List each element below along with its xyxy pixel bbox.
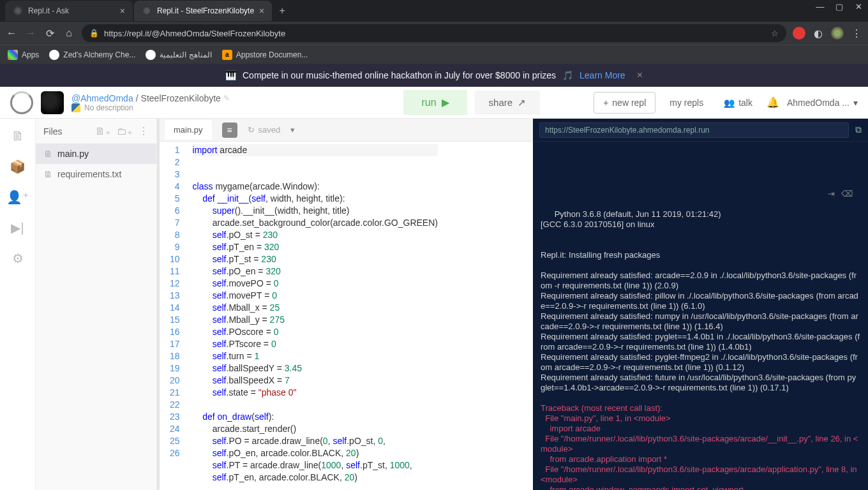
close-icon[interactable]: × [120, 6, 125, 16]
menu-icon[interactable]: ⋮ [850, 27, 863, 40]
console-action-icon[interactable]: ⇥ [828, 189, 835, 199]
back-icon[interactable]: ← [5, 27, 18, 39]
repl-header: @AhmedOmda/SteelFrozenKilobyte ✎ No desc… [0, 87, 868, 119]
debugger-icon[interactable]: ▶| [11, 220, 24, 235]
browser-tab-1[interactable]: Repl.it - SteelFrozenKilobyte × [134, 1, 272, 21]
browser-tab-0[interactable]: Repl.it - Ask × [5, 1, 133, 21]
tab-title: Repl.it - SteelFrozenKilobyte [157, 6, 254, 15]
files-label: Files [43, 126, 63, 137]
packages-icon[interactable]: 📦 [10, 159, 26, 174]
extension-icon-2[interactable]: ◐ [812, 27, 825, 40]
my-repls-link[interactable]: my repls [670, 98, 703, 108]
close-icon[interactable]: × [259, 6, 264, 16]
console-stderr: Traceback (most recent call last): File … [541, 403, 859, 490]
bookmark-item[interactable]: المناهج التعليمية [146, 50, 211, 60]
console-pane: https://SteelFrozenKilobyte.ahmedomda.re… [533, 119, 868, 490]
user-avatar[interactable] [41, 91, 64, 114]
hackathon-banner: 🎹 Compete in our music-themed online hac… [0, 64, 868, 87]
file-item-main[interactable]: 🗎 main.py [36, 144, 156, 164]
edit-pencil-icon[interactable]: ✎ [223, 94, 230, 103]
code-content[interactable]: import arcade class mygame(arcade.Window… [186, 142, 444, 490]
play-icon: ▶ [442, 96, 449, 108]
console-clear-icon[interactable]: ⌫ [841, 189, 853, 199]
window-controls: — ▢ ✕ [811, 0, 868, 13]
people-icon: 👥 [724, 98, 735, 108]
file-item-requirements[interactable]: 🗎 requirements.txt [36, 164, 156, 184]
reload-icon[interactable]: ⟳ [43, 27, 56, 40]
open-external-icon[interactable]: ⧉ [855, 124, 862, 135]
apps-grid-icon [8, 50, 18, 60]
line-gutter: 1234567891011121314151617181920212223242… [160, 142, 186, 490]
address-bar-row: ← → ⟳ ⌂ 🔒 https://repl.it/@AhmedOmda/Ste… [0, 22, 868, 45]
globe-icon [146, 50, 156, 60]
home-icon[interactable]: ⌂ [63, 27, 75, 39]
replit-favicon-icon [142, 6, 152, 16]
replit-favicon-icon [13, 6, 23, 16]
bookmark-star-icon[interactable]: ☆ [771, 29, 779, 38]
browser-tabs: Repl.it - Ask × Repl.it - SteelFrozenKil… [0, 0, 868, 22]
minimize-button[interactable]: — [811, 0, 830, 13]
chevron-down-icon: ▾ [853, 98, 858, 108]
format-icon[interactable]: ≡ [222, 122, 237, 138]
repl-url-input[interactable]: https://SteelFrozenKilobyte.ahmedomda.re… [539, 122, 849, 138]
bookmark-item[interactable]: Zed's Alchemy Che... [49, 50, 135, 60]
editor-pane: main.py ≡ ↻ saved ▾ 12345678910111213141… [157, 119, 533, 490]
replit-logo-icon[interactable] [10, 91, 33, 114]
console-url-bar: https://SteelFrozenKilobyte.ahmedomda.re… [533, 119, 868, 142]
new-repl-button[interactable]: + new repl [594, 92, 655, 114]
new-file-icon[interactable]: 🗎₊ [95, 125, 110, 137]
new-tab-button[interactable]: + [273, 2, 291, 20]
maximize-button[interactable]: ▢ [830, 0, 849, 13]
apps-button[interactable]: Apps [8, 50, 39, 60]
browser-chrome: — ▢ ✕ Repl.it - Ask × Repl.it - SteelFro… [0, 0, 868, 64]
console-output[interactable]: ⇥ ⌫ Python 3.6.8 (default, Jun 11 2019, … [533, 142, 868, 490]
forward-icon[interactable]: → [24, 27, 37, 39]
banner-text: Compete in our music-themed online hacka… [243, 70, 556, 80]
music-note-icon: 🎵 [562, 70, 573, 80]
refresh-icon: ↻ [248, 125, 255, 135]
left-rail: 🗎 📦 👤⁺ ▶| ⚙ [0, 119, 36, 490]
new-folder-icon[interactable]: 🗀₊ [117, 125, 132, 137]
code-editor[interactable]: 1234567891011121314151617181920212223242… [160, 142, 533, 490]
close-window-button[interactable]: ✕ [849, 0, 868, 13]
files-header: Files 🗎₊ 🗀₊ ⋮ [36, 119, 156, 144]
saved-indicator: ↻ saved [248, 125, 281, 135]
editor-tab-main[interactable]: main.py [165, 120, 212, 140]
title-separator: / [136, 93, 138, 103]
chevron-down-icon[interactable]: ▾ [290, 125, 295, 135]
share-icon: ↗ [518, 97, 526, 108]
bookmarks-bar: Apps Zed's Alchemy Che... المناهج التعلي… [0, 45, 868, 64]
file-icon: 🗎 [43, 149, 52, 159]
repl-name: SteelFrozenKilobyte [141, 93, 221, 103]
user-menu[interactable]: AhmedOmda ... ▾ [787, 98, 858, 108]
lock-icon: 🔒 [89, 29, 99, 38]
file-tree: Files 🗎₊ 🗀₊ ⋮ 🗎 main.py 🗎 requirements.t… [36, 119, 157, 490]
extension-icon[interactable] [793, 27, 805, 40]
address-bar[interactable]: 🔒 https://repl.it/@AhmedOmda/SteelFrozen… [82, 24, 786, 42]
run-button[interactable]: run ▶ [403, 90, 467, 115]
console-stdout: Python 3.6.8 (default, Jun 11 2019, 01:2… [541, 209, 860, 392]
settings-gear-icon[interactable]: ⚙ [12, 251, 24, 266]
talk-link[interactable]: 👥 talk [724, 98, 752, 108]
multiplayer-icon[interactable]: 👤⁺ [6, 189, 29, 205]
repl-title-block: @AhmedOmda/SteelFrozenKilobyte ✎ No desc… [71, 93, 230, 112]
share-button[interactable]: share ↗ [475, 91, 541, 115]
plus-icon: + [603, 98, 608, 108]
files-icon[interactable]: 🗎 [11, 129, 24, 144]
url-text: https://repl.it/@AhmedOmda/SteelFrozenKi… [104, 29, 285, 38]
piano-icon: 🎹 [225, 70, 236, 80]
learn-more-link[interactable]: Learn More [580, 70, 625, 80]
globe-icon [49, 50, 59, 60]
profile-avatar-icon[interactable] [831, 27, 844, 40]
tab-title: Repl.it - Ask [28, 6, 69, 15]
editor-tabs: main.py ≡ ↻ saved ▾ [160, 119, 533, 142]
notifications-bell-icon[interactable]: 🔔 [767, 96, 779, 108]
close-banner-icon[interactable]: × [637, 70, 643, 81]
bookmark-item[interactable]: a Appstore Documen... [222, 50, 308, 60]
more-icon[interactable]: ⋮ [138, 125, 149, 137]
main-area: 🗎 📦 👤⁺ ▶| ⚙ Files 🗎₊ 🗀₊ ⋮ 🗎 main.py 🗎 re… [0, 119, 868, 490]
username-link[interactable]: @AhmedOmda [71, 93, 133, 103]
amazon-icon: a [222, 50, 232, 60]
python-icon [71, 103, 80, 112]
repl-description: No description [84, 103, 133, 112]
